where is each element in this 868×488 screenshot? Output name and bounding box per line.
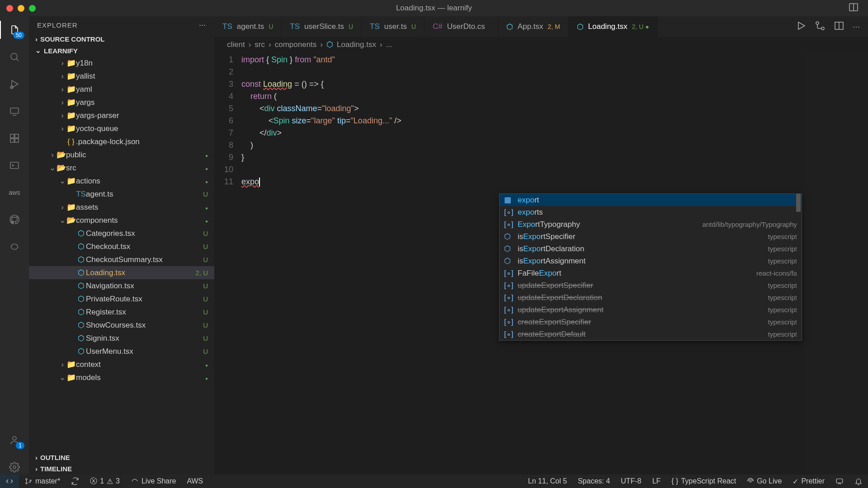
suggestion-updateExportAssignment[interactable]: [∘]updateExportAssignmenttypescript bbox=[500, 304, 802, 316]
extensions-icon[interactable] bbox=[7, 131, 22, 145]
explorer-icon[interactable]: 50 bbox=[7, 23, 22, 37]
tree-item-yargs[interactable]: ›📁yargs bbox=[29, 96, 214, 109]
suggestion-updateExportSpecifier[interactable]: [∘]updateExportSpecifiertypescript bbox=[500, 279, 802, 291]
debug-icon[interactable] bbox=[7, 77, 22, 91]
live-share-icon[interactable] bbox=[7, 239, 22, 254]
tree-item-ShowCourses-tsx[interactable]: ⬡ShowCourses.tsxU bbox=[29, 319, 214, 332]
terminal-icon[interactable] bbox=[7, 158, 22, 173]
suggest-scrollbar[interactable] bbox=[795, 194, 802, 340]
github-icon[interactable] bbox=[7, 212, 22, 227]
suggestion-updateExportDeclaration[interactable]: [∘]updateExportDeclarationtypescript bbox=[500, 291, 802, 304]
tab-Loading-tsx[interactable]: ⬡Loading.tsx2, U ● bbox=[569, 16, 658, 37]
git-branch[interactable]: master* bbox=[19, 474, 66, 488]
run-icon[interactable] bbox=[796, 20, 807, 33]
tree-item-y18n[interactable]: ›📁y18n bbox=[29, 56, 214, 70]
svg-point-2 bbox=[11, 53, 17, 60]
tree-item-Signin-tsx[interactable]: ⬡Signin.tsxU bbox=[29, 332, 214, 345]
svg-point-14 bbox=[13, 466, 16, 469]
live-share-status[interactable]: Live Share bbox=[125, 474, 182, 488]
indentation[interactable]: Spaces: 4 bbox=[572, 474, 615, 488]
maximize-window[interactable] bbox=[29, 5, 36, 12]
tree-item-components[interactable]: ⌄📂components bbox=[29, 214, 214, 227]
svg-rect-8 bbox=[10, 134, 14, 138]
svg-marker-15 bbox=[798, 22, 805, 29]
svg-point-22 bbox=[30, 480, 31, 481]
close-window[interactable] bbox=[6, 5, 13, 12]
suggestion-createExportDefault[interactable]: [∘]createExportDefaulttypescript bbox=[500, 328, 802, 340]
minimap[interactable] bbox=[805, 52, 868, 474]
section-source-control[interactable]: ›SOURCE CONTROL bbox=[29, 33, 214, 45]
bell-icon[interactable] bbox=[849, 474, 868, 488]
tree-item-Register-tsx[interactable]: ⬡Register.tsxU bbox=[29, 305, 214, 319]
intellisense-popup[interactable]: ▦export[∘]exports[∘]ExportTypographyantd… bbox=[499, 193, 802, 341]
aws-status[interactable]: AWS bbox=[181, 474, 208, 488]
suggestion-isExportSpecifier[interactable]: ⬡isExportSpecifiertypescript bbox=[500, 230, 802, 243]
eol[interactable]: LF bbox=[647, 474, 666, 488]
svg-point-13 bbox=[13, 436, 16, 440]
suggestion-exports[interactable]: [∘]exports bbox=[500, 206, 802, 218]
suggestion-isExportAssignment[interactable]: ⬡isExportAssignmenttypescript bbox=[500, 255, 802, 267]
suggestion-isExportDeclaration[interactable]: ⬡isExportDeclarationtypescript bbox=[500, 243, 802, 255]
minimize-window[interactable] bbox=[18, 5, 24, 12]
tree-item-Checkout-tsx[interactable]: ⬡Checkout.tsxU bbox=[29, 240, 214, 253]
tree-item-yaml[interactable]: ›📁yaml bbox=[29, 83, 214, 96]
search-icon[interactable] bbox=[7, 50, 22, 64]
tree-item-actions[interactable]: ⌄📁actions bbox=[29, 174, 214, 188]
suggestion-FaFileExport[interactable]: [∘]FaFileExportreact-icons/fa bbox=[500, 267, 802, 279]
title-bar: Loading.tsx — learnify bbox=[0, 0, 868, 16]
language-mode[interactable]: { }TypeScript React bbox=[666, 474, 741, 488]
remote-explorer-icon[interactable] bbox=[7, 104, 22, 118]
tree-item-UserMenu-tsx[interactable]: ⬡UserMenu.tsxU bbox=[29, 345, 214, 358]
diff-icon[interactable] bbox=[815, 20, 826, 33]
prettier-status[interactable]: ✓Prettier bbox=[787, 474, 830, 488]
section-outline[interactable]: ›OUTLINE bbox=[29, 452, 214, 463]
tab-UserDto-cs[interactable]: C#UserDto.cs bbox=[425, 16, 498, 37]
svg-rect-24 bbox=[836, 479, 843, 483]
chevron-right-icon: › bbox=[35, 465, 38, 473]
encoding[interactable]: UTF-8 bbox=[615, 474, 646, 488]
tree-item-CheckoutSummary-tsx[interactable]: ⬡CheckoutSummary.tsxU bbox=[29, 253, 214, 266]
explorer-more-icon[interactable]: ⋯ bbox=[199, 21, 206, 29]
tree-item-src[interactable]: ⌄📂src bbox=[29, 161, 214, 174]
svg-rect-6 bbox=[10, 108, 19, 113]
tree-item-yargs-parser[interactable]: ›📁yargs-parser bbox=[29, 109, 214, 122]
suggestion-ExportTypography[interactable]: [∘]ExportTypographyantd/lib/typography/T… bbox=[500, 218, 802, 230]
go-live[interactable]: Go Live bbox=[741, 474, 787, 488]
tab-user-ts[interactable]: TSuser.tsU bbox=[362, 16, 425, 37]
svg-point-23 bbox=[750, 480, 751, 482]
breadcrumbs[interactable]: client› src› components› ⬡Loading.tsx› .… bbox=[214, 37, 868, 52]
tree-item-PrivateRoute-tsx[interactable]: ⬡PrivateRoute.tsxU bbox=[29, 292, 214, 305]
layout-toggle-icon[interactable] bbox=[848, 2, 859, 14]
tab-userSlice-ts[interactable]: TSuserSlice.tsU bbox=[282, 16, 362, 37]
tree-item-models[interactable]: ⌄📁models bbox=[29, 371, 214, 384]
remote-indicator[interactable] bbox=[0, 474, 19, 488]
accounts-icon[interactable]: 1 bbox=[7, 433, 22, 447]
settings-gear-icon[interactable] bbox=[7, 460, 22, 474]
tree-item-agent-ts[interactable]: TSagent.tsU bbox=[29, 188, 214, 201]
tab-App-tsx[interactable]: ⬡App.tsx2, M bbox=[498, 16, 569, 37]
aws-icon[interactable]: aws bbox=[7, 185, 22, 200]
svg-rect-9 bbox=[15, 134, 19, 138]
section-timeline[interactable]: ›TIMELINE bbox=[29, 463, 214, 474]
suggestion-export[interactable]: ▦export bbox=[500, 194, 802, 206]
tab-agent-ts[interactable]: TSagent.tsU bbox=[214, 16, 282, 37]
tree-item-assets[interactable]: ›📁assets bbox=[29, 201, 214, 214]
tree-item-Navigation-tsx[interactable]: ⬡Navigation.tsxU bbox=[29, 279, 214, 292]
tree-item-yocto-queue[interactable]: ›📁yocto-queue bbox=[29, 122, 214, 135]
explorer-title: EXPLORER bbox=[37, 21, 78, 29]
tree-item-public[interactable]: ›📂public bbox=[29, 148, 214, 161]
sync-icon[interactable] bbox=[66, 474, 85, 488]
problems[interactable]: ⓧ1⚠3 bbox=[85, 474, 125, 488]
split-editor-icon[interactable] bbox=[834, 20, 844, 33]
tree-item-Categories-tsx[interactable]: ⬡Categories.tsxU bbox=[29, 227, 214, 240]
tab-more-icon[interactable]: ⋯ bbox=[853, 23, 860, 31]
tree-item-context[interactable]: ›📁context bbox=[29, 358, 214, 371]
suggestion-createExportSpecifier[interactable]: [∘]createExportSpecifiertypescript bbox=[500, 316, 802, 328]
section-project[interactable]: ⌄LEARNIFY bbox=[29, 45, 214, 56]
window-controls bbox=[0, 5, 36, 12]
tree-item-Loading-tsx[interactable]: ⬡Loading.tsx2, U bbox=[29, 266, 214, 279]
feedback-icon[interactable] bbox=[830, 474, 849, 488]
tree-item--package-lock-json[interactable]: { }.package-lock.json bbox=[29, 135, 214, 148]
tree-item-yallist[interactable]: ›📁yallist bbox=[29, 70, 214, 83]
cursor-position[interactable]: Ln 11, Col 5 bbox=[523, 474, 572, 488]
